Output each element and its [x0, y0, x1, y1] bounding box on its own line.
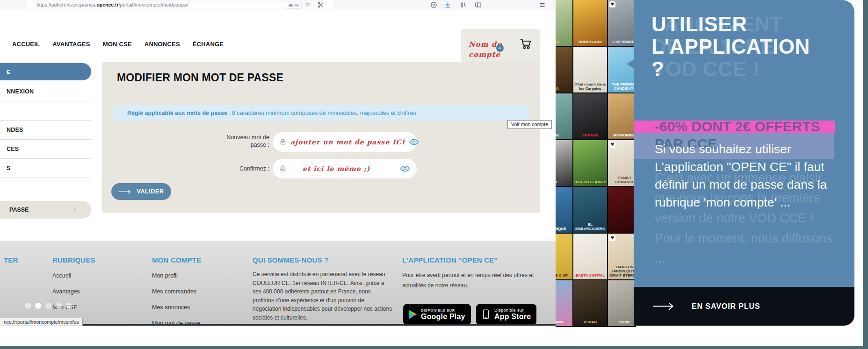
valider-button[interactable]: VALIDER	[111, 183, 171, 200]
movie-poster[interactable]: ♥ L'INFIRMIÈRE	[608, 0, 636, 46]
movie-poster[interactable]: E FEMME	[556, 280, 572, 326]
movie-poster[interactable]: CER RIQUE	[556, 187, 572, 233]
movie-title: BIGFOOT FAMILY	[574, 180, 606, 184]
bookmark-star-icon[interactable]: ☆	[305, 0, 311, 8]
footer-link[interactable]: Mon profil	[152, 272, 200, 279]
download-icon[interactable]	[444, 1, 451, 8]
carousel-dot[interactable]	[25, 303, 31, 309]
movie-poster[interactable]: ICA	[556, 47, 572, 93]
google-play-icon	[409, 310, 417, 319]
voir-mon-compte-tooltip: Voir mon compte	[507, 120, 552, 129]
confirm-password-annotation: et ici le même ;)	[303, 165, 370, 172]
password-panel: MODIFIER MON MOT DE PASSE Règle applicab…	[102, 62, 540, 213]
new-password-input[interactable]: ajouter un mot de passe ICI	[273, 132, 417, 152]
movie-poster[interactable]: ENRAGÉ	[573, 93, 607, 139]
pocket-icon[interactable]	[430, 1, 437, 8]
movie-title: THE PERFECT CANDIDATE	[609, 82, 636, 91]
movie-poster[interactable]: HONEYLAND	[573, 0, 607, 46]
site-footer: TER RUBRIQUES AccueilAvantagesMon CSE MO…	[0, 241, 557, 324]
movie-title: HONEYLAND	[579, 40, 602, 44]
about-text: Ce service est distribué en partenariat …	[253, 270, 394, 322]
movie-poster[interactable]: ME PES C UF	[556, 234, 572, 279]
sidebar-item-mot-de-passe[interactable]: PASSE	[0, 201, 91, 219]
chevron-up-icon[interactable]	[496, 44, 504, 52]
confirm-password-input[interactable]: et ici le même ;)	[273, 159, 417, 178]
menu-icon[interactable]	[539, 1, 546, 8]
movie-poster[interactable]: EL EMBARCADERO	[573, 187, 607, 233]
carousel-dot[interactable]	[56, 303, 62, 309]
site-nav: ACCUEILAVANTAGESMON CSEANNONCESÉCHANGE	[12, 41, 224, 48]
movie-title: nette	[556, 40, 560, 44]
screenshot-icon[interactable]	[317, 1, 324, 8]
promo-slide-panel: LANCEMENTDE LA 1EREVOD CCE ! UTILISERL'A…	[634, 0, 854, 287]
app-store-badge[interactable]: Disponible surApp Store	[476, 304, 536, 325]
footer-heading-contact: TER	[4, 256, 18, 264]
carousel-dot[interactable]	[66, 303, 72, 309]
carousel-dot[interactable]	[35, 303, 41, 309]
cart-icon[interactable]	[519, 36, 533, 50]
sidebar-menu: NNEXIONNDESCESS	[0, 82, 91, 178]
movie-poster[interactable]: J'irai mourir dans les Carpates	[573, 47, 607, 93]
movie-poster[interactable]: ♥ FAMILY ROMANCE	[608, 140, 636, 186]
movie-poster[interactable]: MIGNONNES	[608, 93, 636, 139]
sidebar-item[interactable]: S	[0, 159, 91, 178]
sidebar-item[interactable]: CES	[0, 140, 91, 159]
carousel-dots	[25, 303, 72, 309]
sidebar-item[interactable]: NNEXION	[0, 82, 91, 101]
show-password-icon[interactable]	[409, 137, 419, 147]
movie-title: MIGNONNES	[613, 133, 636, 137]
movie-poster[interactable]: ♥ DANS UN JARDIN QU'ON DIRAIT ÉTERNEL	[608, 234, 636, 279]
sidebar-active-item[interactable]: E	[0, 63, 91, 80]
footer-link[interactable]: Avantages	[52, 288, 80, 295]
nav-item[interactable]: ANNONCES	[145, 41, 180, 48]
desktop-edge-right	[863, 0, 868, 349]
movie-title: ITE	[556, 180, 558, 184]
movie-poster[interactable]	[608, 187, 636, 233]
movie-poster[interactable]: Fille	[556, 93, 572, 139]
footer-link[interactable]: Mes commandes	[152, 288, 200, 295]
desktop: ⇄ https://adherent-snep-unsa.opence.fr/p…	[0, 0, 868, 349]
show-password-icon[interactable]	[400, 164, 410, 174]
library-icon[interactable]	[460, 1, 467, 8]
movie-poster[interactable]: madre	[608, 280, 636, 326]
app-text: Pour être averti partout et en temps rée…	[402, 270, 543, 291]
nav-item[interactable]: AVANTAGES	[52, 41, 90, 48]
en-savoir-plus-button[interactable]: EN SAVOIR PLUS	[634, 287, 854, 326]
nav-item[interactable]: ACCUEIL	[12, 41, 40, 48]
carousel-dot[interactable]	[45, 303, 51, 309]
movie-poster[interactable]: IP MAN	[573, 280, 607, 326]
sidebar-item[interactable]: NDES	[0, 121, 91, 140]
footer-link[interactable]: Accueil	[52, 272, 80, 279]
confirm-password-label: Confirmez :	[204, 165, 269, 172]
sidebar-toggle-icon[interactable]	[475, 1, 482, 8]
sidebar-item[interactable]	[0, 101, 91, 121]
favorite-heart-icon: ♥	[609, 1, 615, 7]
movie-title: ME PES C UF	[556, 273, 568, 278]
movie-poster[interactable]: ITE	[556, 140, 572, 186]
poster-grid: nette HONEYLAND ♥ L'INFIRMIÈRE ICA J'ira…	[556, 0, 636, 326]
footer-link[interactable]: Mes annonces	[152, 304, 200, 311]
new-password-annotation: ajouter un mot de passe ICI	[290, 138, 405, 146]
google-play-badge[interactable]: DISPONIBLE SURGoogle Play	[403, 304, 471, 325]
promo-body-text: Si vous souhaitez utiliserL'application …	[655, 140, 827, 211]
movie-title: ICA	[556, 86, 559, 91]
movie-title: FAMILY ROMANCE	[609, 176, 636, 184]
url-text[interactable]: https://adherent-snep-unsa.opence.fr/por…	[36, 2, 188, 7]
footer-heading-app: L'APPLICATION "OPEN CE"	[402, 256, 498, 264]
movie-poster[interactable]: BASTA CAPITAL	[573, 234, 607, 279]
movie-title: IP MAN	[584, 320, 597, 324]
status-bar-link-preview: nce.fr/portail/moncompte/mesinfos	[0, 318, 83, 326]
movie-poster[interactable]: nette	[556, 0, 572, 46]
nav-item[interactable]: MON CSE	[103, 41, 132, 48]
nav-item[interactable]: ÉCHANGE	[193, 41, 224, 48]
movie-title: BASTA CAPITAL	[576, 273, 605, 278]
movie-poster[interactable]: BIGFOOT FAMILY	[573, 140, 607, 186]
movie-title: E FEMME	[556, 320, 564, 324]
footer-links-mon-compte: Mon profilMes commandesMes annoncesMon m…	[152, 272, 200, 326]
browser-window: ⇄ https://adherent-snep-unsa.opence.fr/p…	[0, 0, 557, 326]
zoom-level-badge[interactable]: 90 %	[286, 1, 301, 8]
phone-icon	[482, 309, 490, 320]
movie-title: Fille	[556, 133, 559, 137]
carousel-prev-arrow[interactable]	[627, 57, 639, 71]
arrow-right-icon	[652, 302, 677, 311]
